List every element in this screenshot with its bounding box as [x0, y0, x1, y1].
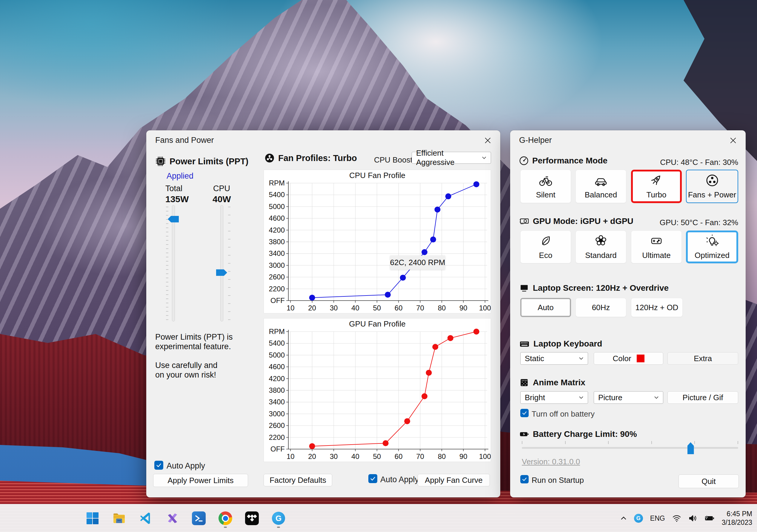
- anime-running-dropdown[interactable]: Picture: [594, 391, 663, 404]
- mode-button-balanced[interactable]: Balanced: [576, 170, 626, 203]
- keyboard-color-button[interactable]: Color: [594, 352, 663, 365]
- windows-start-icon: [86, 512, 99, 525]
- check-icon: [522, 476, 528, 482]
- language-indicator[interactable]: ENG: [650, 515, 665, 522]
- keyboard-mode-dropdown[interactable]: Static: [520, 352, 588, 365]
- warning-text: Power Limits (PPT) is: [155, 332, 233, 342]
- monitor-icon: [519, 283, 529, 293]
- anime-brightness-dropdown[interactable]: Bright: [520, 391, 588, 404]
- close-icon: [484, 137, 492, 144]
- cpu-slider-handle[interactable]: [216, 269, 227, 276]
- cpu-fan-profile-chart[interactable]: CPU Fan Profile102030405060708090100OFF2…: [263, 170, 491, 313]
- battery-charging-icon[interactable]: [705, 515, 714, 522]
- chrome-button[interactable]: [218, 509, 232, 527]
- mode-button-fans-power[interactable]: Fans + Power: [686, 170, 738, 203]
- chevron-down-icon: [654, 396, 659, 399]
- power-limits-status: Applied: [167, 172, 194, 181]
- auto-apply-fan-checkbox[interactable]: [368, 474, 377, 483]
- gauge-icon: [519, 156, 529, 165]
- keyboard-icon: [519, 338, 530, 349]
- screen-button-120hz-od[interactable]: 120Hz + OD: [631, 298, 683, 317]
- tray-chevron-up-icon[interactable]: [620, 516, 627, 521]
- mode-button-silent[interactable]: Silent: [520, 170, 571, 203]
- visual-studio-icon: [166, 512, 179, 525]
- version-link[interactable]: Version: 0.31.0.0: [522, 457, 580, 466]
- cpu-slider-ticks: [228, 207, 230, 321]
- auto-apply-power-checkbox[interactable]: [154, 461, 163, 470]
- running-indicator: [277, 527, 280, 528]
- cpu-boost-dropdown[interactable]: Efficient Aggressive: [411, 152, 491, 164]
- svg-text:80: 80: [438, 304, 446, 312]
- mode-button-standard[interactable]: Standard: [576, 231, 626, 263]
- g-helper-tray-icon[interactable]: G: [634, 514, 643, 523]
- close-button[interactable]: [481, 134, 494, 146]
- svg-text:70: 70: [416, 304, 424, 312]
- quit-button[interactable]: Quit: [679, 474, 739, 488]
- mode-button-eco[interactable]: Eco: [520, 231, 571, 263]
- auto-apply-fan-label: Auto Apply: [380, 475, 419, 484]
- taskbar-apps: G: [85, 504, 298, 532]
- screen-button-60hz[interactable]: 60Hz: [576, 298, 626, 317]
- svg-text:2200: 2200: [269, 433, 285, 441]
- gpu-fan-profile-chart[interactable]: GPU Fan Profile102030405060708090100OFF2…: [263, 318, 491, 462]
- file-explorer-button[interactable]: [112, 509, 126, 527]
- g-helper-button[interactable]: G: [271, 509, 286, 527]
- apply-power-limits-button[interactable]: Apply Power Limits: [153, 474, 248, 487]
- mode-button-turbo[interactable]: Turbo: [631, 170, 682, 203]
- svg-text:40: 40: [351, 304, 359, 312]
- svg-text:3000: 3000: [269, 410, 285, 418]
- svg-text:4600: 4600: [269, 214, 285, 222]
- screen-button-auto[interactable]: Auto: [520, 298, 571, 317]
- svg-text:3800: 3800: [269, 238, 285, 246]
- warning-text: Use carefully and: [155, 361, 218, 370]
- performance-mode-header: Performance Mode: [519, 156, 607, 165]
- mode-button-optimized[interactable]: Optimized: [686, 231, 738, 263]
- anime-matrix-header: Anime Matrix: [519, 378, 585, 388]
- svg-text:GPU Fan Profile: GPU Fan Profile: [349, 320, 405, 328]
- warning-text: on your own risk!: [155, 370, 216, 379]
- svg-text:4600: 4600: [269, 363, 285, 371]
- g-helper-icon: G: [272, 512, 285, 525]
- vscode-button[interactable]: [138, 509, 153, 527]
- svg-text:RPM: RPM: [269, 179, 285, 187]
- volume-icon[interactable]: [688, 515, 697, 522]
- clock[interactable]: 6:45 PM 3/18/2023: [722, 510, 752, 527]
- run-on-startup-checkbox[interactable]: [520, 475, 529, 483]
- svg-text:OFF: OFF: [270, 296, 285, 304]
- fan-profiles-header: Fan Profiles: Turbo: [264, 153, 357, 163]
- svg-text:30: 30: [330, 452, 338, 461]
- anime-picture-gif-button[interactable]: Picture / Gif: [667, 391, 738, 404]
- apply-fan-curve-button[interactable]: Apply Fan Curve: [418, 474, 490, 486]
- total-slider-track[interactable]: [172, 205, 175, 322]
- svg-text:20: 20: [308, 452, 316, 461]
- total-slider-handle[interactable]: [168, 216, 179, 222]
- powershell-icon: [192, 512, 206, 525]
- mode-button-ultimate[interactable]: Ultimate: [631, 231, 682, 263]
- close-button[interactable]: [727, 134, 740, 146]
- tidal-button[interactable]: [245, 509, 259, 527]
- bicycle-icon: [539, 174, 553, 187]
- svg-text:4200: 4200: [269, 226, 285, 234]
- battery-slider-handle[interactable]: [687, 442, 694, 454]
- gamepad-icon: [650, 234, 663, 248]
- start-button[interactable]: [85, 509, 100, 527]
- svg-text:90: 90: [459, 452, 468, 461]
- chrome-icon: [219, 512, 232, 525]
- visual-studio-button[interactable]: [165, 509, 179, 527]
- color-swatch: [637, 354, 645, 362]
- wifi-icon[interactable]: [672, 515, 681, 522]
- battery-slider-track[interactable]: [522, 447, 738, 449]
- cpu-slider-value: 40W: [213, 194, 231, 204]
- turn-off-on-battery-checkbox[interactable]: [520, 409, 529, 417]
- factory-defaults-button[interactable]: Factory Defaults: [263, 474, 332, 486]
- svg-text:2600: 2600: [269, 421, 285, 430]
- cpu-slider-track[interactable]: [220, 205, 223, 322]
- powershell-button[interactable]: [192, 509, 206, 527]
- check-icon: [156, 462, 162, 468]
- svg-text:3000: 3000: [269, 261, 285, 269]
- chevron-down-icon: [579, 396, 584, 399]
- keyboard-extra-button[interactable]: Extra: [667, 352, 738, 365]
- cpu-temp-fan-status: CPU: 48°C - Fan: 30%: [660, 158, 738, 167]
- battery-icon: [519, 429, 529, 439]
- battery-charge-limit-header: Battery Charge Limit: 90%: [519, 429, 637, 439]
